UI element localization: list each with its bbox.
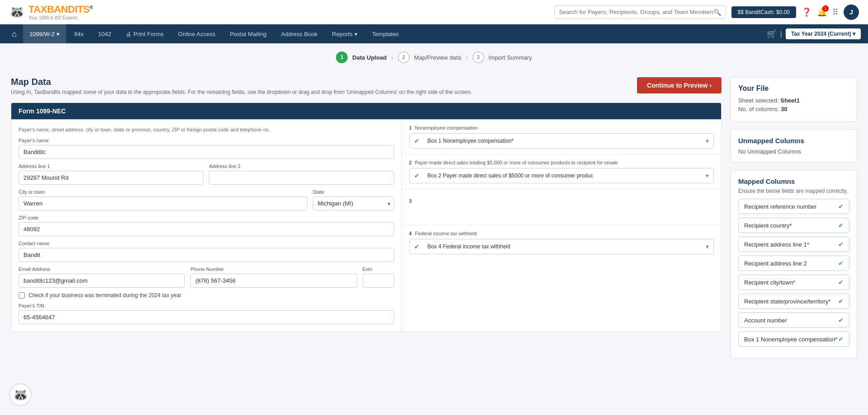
logo-tagline: Your 1099 & W2 Experts [28, 15, 93, 20]
nav-item-postal-mailing[interactable]: Postal Mailing [223, 24, 273, 43]
payer-section-label: Payer's name, street address, city or to… [19, 127, 394, 132]
right-field-3: 3 [402, 189, 722, 225]
field4-dropdown-arrow[interactable]: ▾ [701, 239, 713, 254]
field1-check-icon: ✔ [410, 134, 424, 148]
mapped-list-item: Recipient address line 1*✔ [738, 237, 849, 252]
field1-value: Box 1 Nonemployee compensation* [424, 134, 702, 148]
field1-dropdown-arrow[interactable]: ▾ [701, 134, 713, 148]
field4-dropdown[interactable]: ✔ Box 4 Federal income tax withheld ▾ [409, 239, 714, 254]
mapped-description: Ensure the below fields are mapped corre… [738, 188, 849, 194]
map-data-header: Map Data Using AI, TaxBandits mapped som… [11, 77, 722, 95]
city-label: City or town [19, 189, 307, 195]
nav-item-online-access[interactable]: Online Access [172, 24, 222, 43]
mascot: 🦝 [9, 383, 32, 406]
terminated-checkbox[interactable] [19, 292, 25, 298]
search-input[interactable] [559, 9, 713, 15]
breadcrumb: 1 Data Upload › 2 Map/Preview data › 3 I… [0, 43, 868, 68]
field2-value: Box 2 Payer made direct sales of $5000 o… [424, 169, 702, 182]
step-1-circle: 1 [336, 51, 348, 63]
step-arrow-1: › [391, 54, 393, 61]
continue-preview-button[interactable]: Continue to Preview › [637, 77, 722, 93]
payers-name-input[interactable] [19, 145, 394, 159]
top-bar-right: 🔍 $$ BanditCash: $0.00 ❓ 🔔 1 ⠿ J [554, 5, 859, 20]
avatar[interactable]: J [844, 5, 859, 20]
form-layout: Payer's name, street address, city or to… [11, 119, 721, 331]
contact-label: Contact name [19, 241, 394, 246]
notification-button[interactable]: 🔔 1 [817, 7, 827, 17]
form-container: Form 1099-NEC Payer's name, street addre… [11, 103, 722, 332]
main-content: Map Data Using AI, TaxBandits mapped som… [0, 68, 868, 415]
cart-icon[interactable]: 🛒 [767, 29, 777, 39]
zip-label: ZIP code [19, 215, 394, 220]
field1-dropdown[interactable]: ✔ Box 1 Nonemployee compensation* ▾ [409, 133, 714, 149]
mapped-list-item: Account number✔ [738, 312, 849, 328]
right-field-2: 2 Payer made direct sales totaling $5,00… [402, 154, 722, 189]
city-input[interactable] [19, 196, 307, 210]
mapped-item-check-icon: ✔ [838, 336, 844, 343]
terminated-checkbox-label: Check if your business was terminated du… [28, 292, 181, 298]
right-field-1: 1 Nonemployee compensation ✔ Box 1 Nonem… [402, 120, 722, 154]
nav-item-1099w2[interactable]: 1099/W-2 ▾ [23, 24, 66, 43]
nav-bar: ⌂ 1099/W-2 ▾ 94x 1042 🖨 Print Forms Onli… [0, 24, 868, 43]
zip-input[interactable] [19, 222, 394, 236]
payers-name-label: Payer's name [19, 138, 394, 143]
ext-input[interactable] [363, 274, 394, 288]
state-select[interactable]: Michigan (MI) [313, 196, 394, 210]
mapped-list-item: Recipient address line 2✔ [738, 256, 849, 271]
nav-item-1042[interactable]: 1042 [92, 24, 118, 43]
your-file-card: Your File Sheet selected: Sheet1 No. of … [731, 77, 857, 122]
tax-year-button[interactable]: Tax Year 2024 (Current) ▾ [786, 28, 861, 39]
tin-input[interactable] [19, 310, 394, 324]
step-arrow-2: › [466, 54, 468, 61]
address2-label: Address line 2 [209, 163, 394, 169]
mapped-item-check-icon: ✔ [838, 317, 844, 324]
address2-input[interactable] [209, 171, 394, 185]
search-icon: 🔍 [713, 9, 721, 16]
step-1-label: Data Upload [352, 54, 387, 61]
nav-item-print-forms[interactable]: 🖨 Print Forms [119, 24, 170, 43]
sheet-info: Sheet selected: Sheet1 [738, 97, 849, 104]
address1-label: Address line 1 [19, 163, 203, 169]
field4-check-icon: ✔ [410, 239, 424, 254]
mapped-item-check-icon: ✔ [838, 222, 844, 229]
mapped-list-item: Box 1 Nonemployee compensation*✔ [738, 331, 849, 347]
email-input[interactable] [19, 274, 185, 288]
email-label: Email Address [19, 266, 185, 272]
help-button[interactable]: ❓ [802, 7, 811, 17]
address1-input[interactable] [19, 171, 203, 185]
step-3-label: Import Summary [489, 54, 532, 61]
mapped-title: Mapped Columns [738, 177, 849, 185]
field2-dropdown-arrow[interactable]: ▾ [701, 168, 713, 183]
left-panel: Map Data Using AI, TaxBandits mapped som… [11, 77, 722, 406]
phone-input[interactable] [190, 274, 357, 288]
mapped-list-item: Recipient state/province/territory*✔ [738, 294, 849, 309]
your-file-title: Your File [738, 84, 849, 93]
mapped-list-item: Recipient city/town*✔ [738, 275, 849, 290]
nav-item-address-book[interactable]: Address Book [274, 24, 324, 43]
contact-input[interactable] [19, 248, 394, 262]
page-title: Map Data [11, 77, 722, 87]
mascot-image: 🦝 [9, 383, 32, 406]
top-bar: 🦝 TAXBANDITS® Your 1099 & W2 Experts 🔍 $… [0, 0, 868, 24]
mapped-item-check-icon: ✔ [838, 298, 844, 305]
nav-item-94x[interactable]: 94x [68, 24, 90, 43]
bandit-cash-button[interactable]: $$ BanditCash: $0.00 [731, 6, 796, 18]
unmapped-message: No Unmapped Columns [738, 148, 849, 155]
step-2-circle: 2 [398, 51, 410, 63]
nav-home-button[interactable]: ⌂ [7, 29, 21, 39]
nav-item-templates[interactable]: Templates [366, 24, 405, 43]
columns-info: No. of columns: 30 [738, 106, 849, 112]
nav-item-reports[interactable]: Reports ▾ [326, 24, 364, 43]
mapped-card: Mapped Columns Ensure the below fields a… [731, 170, 857, 358]
page-description: Using AI, TaxBandits mapped some of your… [11, 89, 722, 95]
mapped-item-check-icon: ✔ [838, 279, 844, 286]
unmapped-title: Unmapped Columns [738, 137, 849, 145]
nav-divider: | [780, 30, 782, 37]
state-label: State [313, 189, 394, 195]
field2-check-icon: ✔ [410, 168, 424, 183]
field2-dropdown[interactable]: ✔ Box 2 Payer made direct sales of $5000… [409, 168, 714, 183]
search-bar[interactable]: 🔍 [554, 5, 726, 19]
apps-button[interactable]: ⠿ [832, 7, 838, 17]
mapped-list-item: Recipient country*✔ [738, 218, 849, 233]
right-panel: Your File Sheet selected: Sheet1 No. of … [731, 77, 857, 406]
